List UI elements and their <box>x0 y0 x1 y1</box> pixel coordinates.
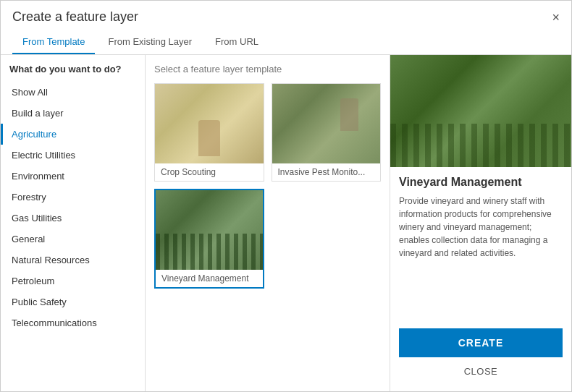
sidebar-item-agriculture[interactable]: Agriculture <box>1 124 145 145</box>
sidebar-item-forestry[interactable]: Forestry <box>1 187 145 208</box>
template-card-crop-scouting[interactable]: Crop Scouting <box>154 83 264 182</box>
sidebar-item-petroleum[interactable]: Petroleum <box>1 270 145 291</box>
tab-from-url[interactable]: From URL <box>205 30 269 54</box>
template-card-vineyard-management[interactable]: Vineyard Management <box>154 189 264 289</box>
template-label-crop-scouting: Crop Scouting <box>155 163 264 181</box>
sidebar-item-build-a-layer[interactable]: Build a layer <box>1 103 145 124</box>
template-label-vineyard-management: Vineyard Management <box>156 270 263 287</box>
sidebar-item-show-all[interactable]: Show All <box>1 82 145 103</box>
template-thumbnail-pest <box>272 84 381 163</box>
center-content: Select a feature layer template Crop Sco… <box>146 55 390 391</box>
sidebar-item-natural-resources[interactable]: Natural Resources <box>1 250 145 270</box>
dialog-header: Create a feature layer × <box>1 1 571 25</box>
right-panel: Vineyard Management Provide vineyard and… <box>390 55 571 391</box>
sidebar-item-public-safety[interactable]: Public Safety <box>1 291 145 312</box>
detail-panel-description: Provide vineyard and winery staff with i… <box>399 195 563 320</box>
detail-panel-title: Vineyard Management <box>399 176 563 189</box>
dialog-title: Create a feature layer <box>12 9 138 25</box>
create-feature-layer-dialog: Create a feature layer × From Template F… <box>0 0 572 392</box>
sidebar-heading: What do you want to do? <box>1 64 145 82</box>
sidebar-item-environment[interactable]: Environment <box>1 166 145 187</box>
sidebar-item-telecommunications[interactable]: Telecommunications <box>1 312 145 333</box>
detail-panel-content: Vineyard Management Provide vineyard and… <box>390 167 571 391</box>
sidebar-item-electric-utilities[interactable]: Electric Utilities <box>1 145 145 166</box>
sidebar-item-gas-utilities[interactable]: Gas Utilities <box>1 208 145 229</box>
tab-from-existing-layer[interactable]: From Existing Layer <box>98 30 202 54</box>
template-thumbnail-crop <box>155 84 264 163</box>
create-button[interactable]: CREATE <box>399 328 563 357</box>
center-subtitle: Select a feature layer template <box>154 64 381 74</box>
tabs-bar: From Template From Existing Layer From U… <box>1 30 571 55</box>
sidebar: What do you want to do? Show All Build a… <box>1 55 146 391</box>
dialog-body: What do you want to do? Show All Build a… <box>1 55 571 391</box>
close-bottom-button[interactable]: CLOSE <box>399 360 563 383</box>
template-card-invasive-pest[interactable]: Invasive Pest Monito... <box>272 83 382 182</box>
template-label-invasive-pest: Invasive Pest Monito... <box>272 163 381 181</box>
sidebar-item-general[interactable]: General <box>1 229 145 250</box>
template-thumbnail-vineyard <box>156 190 263 270</box>
dialog-close-button[interactable]: × <box>552 11 560 24</box>
tab-from-template[interactable]: From Template <box>12 30 95 54</box>
detail-panel-image <box>390 55 571 167</box>
template-grid: Crop Scouting Invasive Pest Monito... Vi… <box>154 83 381 289</box>
